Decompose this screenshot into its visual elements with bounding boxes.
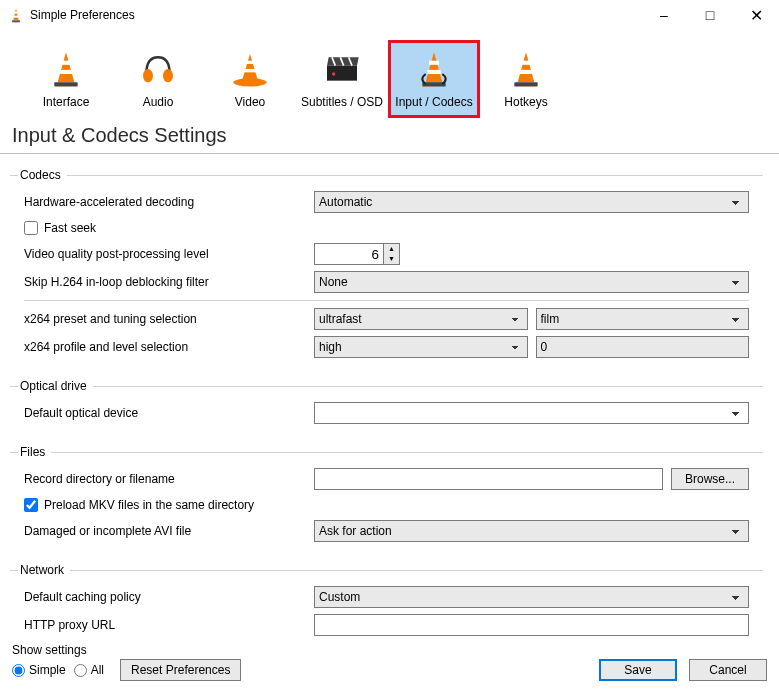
x264-tuning-select[interactable]: film (536, 308, 750, 330)
reset-preferences-button[interactable]: Reset Preferences (120, 659, 241, 681)
fast-seek-label: Fast seek (44, 221, 96, 235)
svg-rect-5 (54, 82, 77, 86)
svg-rect-25 (514, 82, 537, 86)
divider (24, 300, 749, 301)
tab-hotkeys[interactable]: Hotkeys (480, 40, 572, 118)
x264-level-input[interactable] (536, 336, 750, 358)
maximize-button[interactable]: □ (687, 0, 733, 30)
group-optical: Optical drive Default optical device (10, 379, 763, 431)
clapperboard-icon (318, 47, 366, 91)
svg-rect-23 (427, 70, 440, 74)
minimize-button[interactable]: – (641, 0, 687, 30)
svg-point-9 (163, 69, 173, 82)
cone-film-icon (226, 47, 274, 91)
headphones-icon (134, 47, 182, 91)
svg-rect-27 (519, 70, 532, 74)
svg-marker-11 (243, 54, 258, 79)
x264-preset-select[interactable]: ultrafast (314, 308, 528, 330)
default-optical-label: Default optical device (24, 406, 304, 420)
group-files: Files Record directory or filename Brows… (10, 445, 763, 549)
svg-marker-4 (58, 52, 75, 82)
damaged-avi-label: Damaged or incomplete AVI file (24, 524, 304, 538)
svg-marker-0 (13, 8, 18, 20)
x264-profile-label: x264 profile and level selection (24, 340, 304, 354)
svg-marker-20 (426, 52, 443, 82)
cone-icon (502, 47, 550, 91)
close-button[interactable]: ✕ (733, 0, 779, 30)
group-title: Files (18, 445, 51, 459)
settings-scroll-area[interactable]: Codecs Hardware-accelerated decoding Aut… (10, 154, 769, 639)
svg-point-10 (233, 78, 266, 86)
group-title: Network (18, 563, 70, 577)
group-codecs: Codecs Hardware-accelerated decoding Aut… (10, 168, 763, 365)
svg-rect-1 (12, 20, 20, 22)
record-dir-input[interactable] (314, 468, 663, 490)
preload-mkv-input[interactable] (24, 498, 38, 512)
fast-seek-input[interactable] (24, 221, 38, 235)
svg-rect-12 (245, 61, 255, 64)
category-tabs: Interface Audio Video Subtitles / OSD In… (0, 30, 779, 118)
svg-rect-26 (521, 61, 531, 65)
svg-rect-7 (59, 70, 72, 74)
show-settings-group: Show settings Simple All Reset Preferenc… (12, 643, 599, 681)
save-button[interactable]: Save (599, 659, 677, 681)
browse-button[interactable]: Browse... (671, 468, 749, 490)
hw-decode-label: Hardware-accelerated decoding (24, 195, 304, 209)
x264-preset-label: x264 preset and tuning selection (24, 312, 304, 326)
app-icon (8, 7, 24, 23)
pp-level-label: Video quality post-processing level (24, 247, 304, 261)
group-title: Codecs (18, 168, 67, 182)
svg-point-19 (332, 72, 335, 75)
show-settings-all-radio[interactable]: All (74, 663, 104, 677)
svg-point-8 (143, 69, 153, 82)
show-settings-label: Show settings (12, 643, 599, 657)
skip-loop-select[interactable]: None (314, 271, 749, 293)
fast-seek-checkbox[interactable]: Fast seek (24, 221, 96, 235)
svg-marker-24 (518, 52, 535, 82)
svg-rect-6 (61, 61, 71, 65)
spinner-up[interactable]: ▲ (384, 244, 399, 254)
spinner-arrows[interactable]: ▲▼ (384, 243, 400, 265)
group-title: Optical drive (18, 379, 93, 393)
group-network: Network Default caching policy Custom HT… (10, 563, 763, 639)
tab-label: Hotkeys (386, 95, 666, 109)
svg-rect-22 (429, 61, 439, 65)
pp-level-spinner[interactable]: ▲▼ (314, 243, 400, 265)
preload-mkv-checkbox[interactable]: Preload MKV files in the same directory (24, 498, 254, 512)
damaged-avi-select[interactable]: Ask for action (314, 520, 749, 542)
preload-mkv-label: Preload MKV files in the same directory (44, 498, 254, 512)
svg-rect-13 (243, 69, 256, 72)
svg-rect-2 (14, 12, 18, 14)
cache-policy-select[interactable]: Custom (314, 586, 749, 608)
footer-bar: Show settings Simple All Reset Preferenc… (0, 641, 779, 689)
x264-profile-select[interactable]: high (314, 336, 528, 358)
page-heading: Input & Codecs Settings (0, 118, 779, 154)
default-optical-select[interactable] (314, 402, 749, 424)
hw-decode-select[interactable]: Automatic (314, 191, 749, 213)
titlebar: Simple Preferences – □ ✕ (0, 0, 779, 30)
cancel-button[interactable]: Cancel (689, 659, 767, 681)
show-settings-simple-radio[interactable]: Simple (12, 663, 66, 677)
cone-cable-icon (410, 47, 458, 91)
record-dir-label: Record directory or filename (24, 472, 304, 486)
spinner-down[interactable]: ▼ (384, 254, 399, 264)
http-proxy-label: HTTP proxy URL (24, 618, 304, 632)
svg-rect-3 (13, 16, 18, 18)
svg-rect-14 (327, 66, 357, 81)
cone-icon (42, 47, 90, 91)
pp-level-input[interactable] (314, 243, 384, 265)
cache-policy-label: Default caching policy (24, 590, 304, 604)
skip-loop-label: Skip H.264 in-loop deblocking filter (24, 275, 304, 289)
http-proxy-input[interactable] (314, 614, 749, 636)
window-title: Simple Preferences (30, 8, 641, 22)
